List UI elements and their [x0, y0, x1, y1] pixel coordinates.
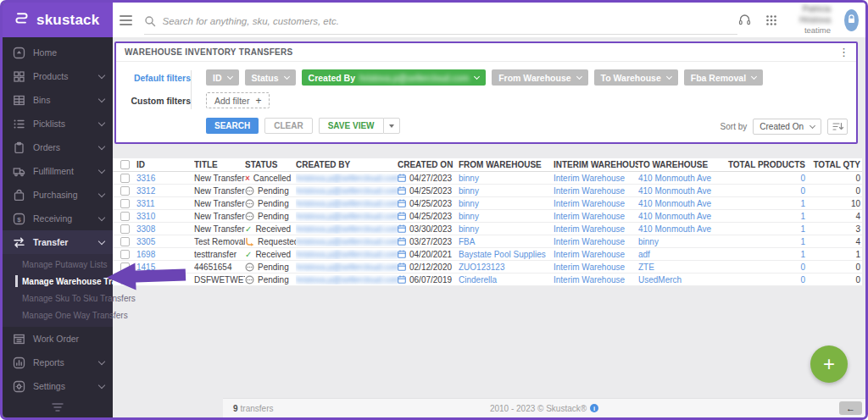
created-by-link[interactable]: hristova.p@sellercloud.com: [296, 186, 398, 196]
sidebar-subitem-manage-sku-to-sku-transfers[interactable]: Manage Sku To Sku Transfers: [3, 290, 113, 307]
row-checkbox[interactable]: [120, 262, 130, 272]
row-checkbox[interactable]: [120, 186, 130, 196]
transfer-id-link[interactable]: 1415: [136, 262, 155, 272]
from-warehouse-link[interactable]: binny: [459, 174, 479, 183]
sidebar-item-products[interactable]: Products: [3, 64, 113, 88]
panel-overflow-menu-icon[interactable]: ⋮: [838, 48, 849, 57]
user-avatar[interactable]: [844, 9, 859, 31]
interim-warehouse-link[interactable]: Interim Warehouse: [554, 262, 625, 272]
to-warehouse-link[interactable]: ZTE: [638, 262, 654, 272]
add-transfer-fab[interactable]: +: [810, 345, 848, 383]
to-warehouse-link[interactable]: binny: [638, 237, 659, 246]
interim-warehouse-link[interactable]: Interim Warehouse: [554, 174, 625, 183]
support-headset-icon[interactable]: [737, 13, 752, 27]
transfer-id-link[interactable]: 3308: [136, 224, 155, 234]
sidebar-item-settings[interactable]: Settings: [3, 374, 113, 398]
row-checkbox[interactable]: [120, 212, 130, 221]
column-header-status[interactable]: STATUS: [245, 160, 296, 169]
interim-warehouse-link[interactable]: Interim Warehouse: [554, 199, 625, 208]
created-by-link[interactable]: hristova.p@sellercloud.com: [296, 174, 398, 183]
hamburger-menu-icon[interactable]: [120, 13, 132, 28]
select-all-checkbox[interactable]: [120, 160, 130, 169]
created-by-link[interactable]: hristova.p@sellercloud.com: [296, 275, 398, 285]
sidebar-item-picklists[interactable]: Picklists: [3, 112, 113, 135]
sidebar-item-reports[interactable]: Reports: [3, 351, 113, 374]
to-warehouse-link[interactable]: 410 Monmouth Ave: [638, 212, 711, 221]
sidebar-item-orders[interactable]: Orders: [3, 135, 113, 159]
filter-chip-from-warehouse[interactable]: From Warehouse: [492, 69, 587, 86]
from-warehouse-link[interactable]: binny: [459, 199, 479, 208]
sidebar-subitem-manage-putaway-lists[interactable]: Manage Putaway Lists: [3, 256, 113, 273]
column-header-created-by[interactable]: CREATED BY: [296, 160, 398, 169]
interim-warehouse-link[interactable]: Interim Warehouse: [554, 250, 625, 259]
sidebar-item-fulfillment[interactable]: Fulfillment: [3, 159, 113, 183]
created-by-link[interactable]: hristova.p@sellercloud.com: [296, 199, 398, 208]
transfer-id-link[interactable]: 3311: [136, 199, 155, 208]
to-warehouse-link[interactable]: 410 Monmouth Ave: [638, 174, 711, 183]
brand-logo[interactable]: skustack: [3, 3, 113, 37]
interim-warehouse-link[interactable]: Interim Warehouse: [554, 212, 625, 221]
row-checkbox[interactable]: [120, 199, 130, 208]
interim-warehouse-link[interactable]: Interim Warehouse: [554, 186, 625, 196]
interim-warehouse-link[interactable]: Interim Warehouse: [554, 224, 625, 234]
transfer-id-link[interactable]: 1698: [136, 250, 155, 259]
sidebar-footer-sort-icon[interactable]: [3, 402, 113, 412]
row-checkbox[interactable]: [120, 174, 130, 183]
filter-chip-to-warehouse[interactable]: To Warehouse: [594, 69, 678, 86]
created-by-link[interactable]: hristova.p@sellercloud.com: [296, 262, 398, 272]
created-by-link[interactable]: hristova.p@sellercloud.com: [296, 237, 398, 246]
search-button[interactable]: SEARCH: [206, 118, 259, 134]
column-header-total-products[interactable]: TOTAL PRODUCTS: [726, 160, 807, 169]
sidebar-item-purchasing[interactable]: Purchasing: [3, 183, 113, 207]
column-header-created-on[interactable]: CREATED ON: [398, 160, 459, 169]
from-warehouse-link[interactable]: ZUO123123: [459, 262, 504, 272]
clear-button[interactable]: CLEAR: [264, 118, 312, 134]
sidebar-item-receiving[interactable]: $ Receiving: [3, 207, 113, 230]
search-input[interactable]: [163, 16, 737, 26]
to-warehouse-link[interactable]: 410 Monmouth Ave: [638, 224, 711, 234]
row-checkbox[interactable]: [120, 250, 130, 259]
transfer-id-link[interactable]: 3305: [136, 237, 155, 246]
filter-chip-created-by[interactable]: Created Byhristova.p@sellercloud.com: [302, 69, 487, 86]
user-info[interactable]: Patricia Hristova teatime: [791, 4, 832, 36]
column-header-title[interactable]: TITLE: [194, 160, 245, 169]
sidebar-subitem-manage-warehouse-transfers[interactable]: Manage Warehouse Transfers: [3, 273, 113, 290]
row-checkbox[interactable]: [120, 224, 130, 234]
transfer-id-link[interactable]: 3312: [136, 186, 155, 196]
sidebar-subitem-manage-one-way-transfers[interactable]: Manage One Way Transfers: [3, 307, 113, 323]
from-warehouse-link[interactable]: Cinderella: [459, 275, 497, 285]
column-header-to-warehouse[interactable]: TO WAREHOUSE: [638, 160, 726, 169]
filter-chip-fba-removal[interactable]: Fba Removal: [684, 69, 763, 86]
column-header-interim-warehouse[interactable]: INTERIM WAREHOUSE: [554, 160, 638, 169]
sort-field-select[interactable]: Created On: [753, 119, 821, 135]
add-filter-button[interactable]: Add filter +: [206, 92, 270, 108]
sidebar-item-bins[interactable]: Bins: [3, 88, 113, 112]
apps-grid-icon[interactable]: [765, 14, 777, 26]
to-warehouse-link[interactable]: UsedMerch: [638, 275, 682, 285]
from-warehouse-link[interactable]: binny: [459, 212, 479, 221]
from-warehouse-link[interactable]: binny: [459, 186, 479, 196]
column-header-id[interactable]: ID: [136, 160, 194, 169]
to-warehouse-link[interactable]: adf: [638, 250, 650, 259]
created-by-link[interactable]: hristova.p@sellercloud.com: [296, 250, 398, 259]
created-by-link[interactable]: hristova.p@sellercloud.com: [296, 224, 398, 234]
save-view-button[interactable]: SAVE VIEW: [319, 118, 383, 134]
to-warehouse-link[interactable]: 410 Monmouth Ave: [638, 186, 711, 196]
interim-warehouse-link[interactable]: Interim Warehouse: [554, 237, 625, 246]
from-warehouse-link[interactable]: Baystate Pool Supplies: [459, 250, 546, 259]
transfer-id-link[interactable]: 3316: [136, 174, 155, 183]
info-icon[interactable]: i: [590, 404, 598, 412]
created-by-link[interactable]: hristova.p@sellercloud.com: [296, 212, 398, 221]
row-checkbox[interactable]: [120, 237, 130, 246]
from-warehouse-link[interactable]: binny: [459, 224, 479, 234]
transfer-id-link[interactable]: 3310: [136, 212, 155, 221]
sidebar-item-home[interactable]: Home: [3, 41, 113, 64]
from-warehouse-link[interactable]: FBA: [459, 237, 475, 246]
filter-chip-status[interactable]: Status: [245, 69, 296, 86]
save-view-dropdown-button[interactable]: [383, 118, 400, 134]
to-warehouse-link[interactable]: 410 Monmouth Ave: [638, 199, 711, 208]
column-header-from-warehouse[interactable]: FROM WAREHOUSE: [459, 160, 554, 169]
sort-direction-button[interactable]: [827, 119, 848, 135]
filter-chip-id[interactable]: ID: [206, 69, 239, 86]
sidebar-item-transfer[interactable]: Transfer: [3, 230, 113, 254]
